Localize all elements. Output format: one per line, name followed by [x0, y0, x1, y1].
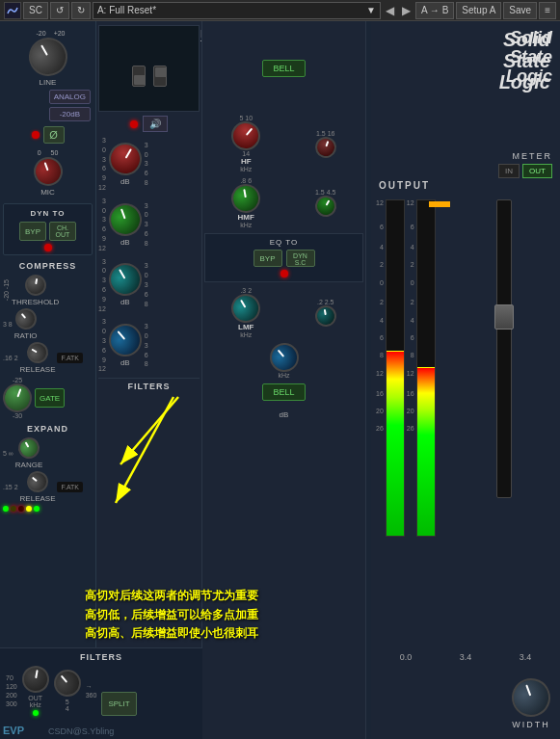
- led-5: [34, 506, 40, 512]
- mic-label: MIC: [40, 188, 55, 197]
- eq-toggle-1[interactable]: [132, 66, 146, 87]
- eq-to-section: EQ TO BYP DYNS.C: [204, 233, 363, 282]
- phase-button[interactable]: Ø: [43, 126, 65, 144]
- hf-db-label: dB: [120, 177, 130, 186]
- lf-freq-knob[interactable]: [263, 337, 304, 378]
- right-panel: SolidStateLogic METER IN OUT OUTPUT 12 6…: [371, 21, 560, 739]
- release-knob-compress[interactable]: [23, 338, 52, 367]
- filters-controls: 70120200300 OUT kHz 5 4 →360 SPLIT: [6, 666, 197, 716]
- nav-left-icon[interactable]: ◀: [383, 4, 397, 17]
- hmf-freq-knob[interactable]: [229, 182, 263, 216]
- vu-marker-left: [387, 351, 404, 352]
- range-knob[interactable]: [14, 434, 43, 462]
- gate-button[interactable]: GATE: [35, 388, 65, 408]
- lmf-q-col: .2 2.5: [315, 299, 336, 327]
- range-row: 5 ∞ RANGE: [3, 437, 93, 469]
- mic-knob[interactable]: [29, 153, 66, 190]
- threshold-scale-top: -20 -15: [3, 279, 10, 301]
- led-2: [11, 506, 16, 512]
- monitor-button[interactable]: 🔊: [143, 116, 168, 132]
- release-knob-expand[interactable]: [23, 467, 53, 497]
- ratio-knob[interactable]: [11, 304, 40, 334]
- nav-right-icon[interactable]: ▶: [399, 4, 413, 17]
- hp-filter-knob[interactable]: [19, 664, 50, 695]
- dyn-to-led-row: [7, 244, 89, 251]
- lf-db-knob[interactable]: [102, 317, 148, 363]
- ratio-row: 3 8 RATIO: [3, 308, 93, 340]
- db20-button[interactable]: -20dB: [49, 107, 91, 121]
- preset-name: A: Full Reset*: [97, 5, 156, 15]
- release-scale: .16 2: [3, 355, 18, 361]
- eq-toggle-2[interactable]: [153, 66, 167, 87]
- range-scale: 5 ∞: [3, 450, 13, 457]
- eq-panel: BELL 5 10 14 HF kHz 1.5 16 .8 6: [202, 21, 366, 739]
- analog-button[interactable]: ANALOG: [49, 90, 91, 104]
- lmf-db-knob[interactable]: [103, 257, 147, 302]
- sc-button[interactable]: SC: [23, 2, 48, 19]
- hmf-q-knob[interactable]: [311, 192, 340, 221]
- fader-handle[interactable]: [494, 304, 514, 330]
- gate-threshold-knob[interactable]: [0, 380, 36, 416]
- meter-in-button[interactable]: IN: [498, 164, 520, 178]
- hmf-freq-label: kHz: [240, 222, 252, 228]
- ch-out-button[interactable]: CH.OUT: [49, 222, 76, 241]
- hmf-freq-col: .8 6 HMF kHz: [231, 177, 260, 228]
- input-section: -20+20 LINE ANALOG -20dB Ø 050 MIC: [3, 25, 93, 199]
- preset-display: A: Full Reset* ▼: [93, 2, 381, 19]
- hf-freq-col: 5 10 14 HF kHz: [231, 115, 260, 172]
- width-knob[interactable]: [506, 673, 555, 722]
- hf-db-knob[interactable]: [103, 137, 147, 181]
- hf-label: HF: [241, 157, 252, 166]
- gate-section: -25 -30 GATE: [3, 377, 93, 419]
- filters-section-label: FILTERS: [6, 652, 197, 662]
- dyn-sc-button[interactable]: DYNS.C: [286, 250, 315, 267]
- undo-button[interactable]: ↺: [50, 2, 69, 19]
- led-1: [3, 506, 9, 512]
- hmf-db-knob[interactable]: [104, 198, 147, 241]
- f-atk-label-expand: F.ATK: [57, 482, 83, 492]
- lp-filter-knob[interactable]: [48, 664, 86, 701]
- ab-button[interactable]: A → B: [415, 2, 454, 19]
- hf-freq-knob[interactable]: [226, 116, 266, 156]
- lmf-db-row: 3036912 dB 30368: [98, 257, 200, 314]
- meter-out-button[interactable]: OUT: [522, 164, 552, 178]
- lmf-freq-col: .3 2 LMF kHz: [231, 287, 260, 338]
- release-label-compress: RELEASE: [20, 365, 56, 374]
- hmf-q-col: 1.5 4.5: [315, 189, 336, 217]
- monitor-row: 🔊: [98, 116, 200, 132]
- hmf-db-row: 3036912 dB 30368: [98, 197, 200, 253]
- hf-freq-label: kHz: [240, 166, 252, 172]
- output-val-mid: 3.4: [460, 652, 472, 662]
- bell-top-button[interactable]: BELL: [262, 60, 305, 77]
- range-label: RANGE: [15, 461, 42, 469]
- ratio-scale: 3 8: [3, 321, 13, 328]
- gate-row: -25 -30 GATE: [3, 377, 93, 419]
- bell-bottom-button[interactable]: BELL: [262, 383, 305, 401]
- meter-in-out: IN OUT: [498, 164, 552, 178]
- lmf-db-label: dB: [120, 298, 130, 306]
- gate-threshold-col: -25 -30: [3, 377, 32, 419]
- filters-section: FILTERS 70120200300 OUT kHz 5 4 →360: [0, 647, 202, 739]
- threshold-knob-compress[interactable]: [23, 273, 47, 297]
- lf-freq-col: kHz: [270, 343, 299, 379]
- lmf-db-col: dB: [109, 263, 142, 306]
- byp-button[interactable]: BYP: [19, 222, 46, 241]
- vu-meters-area: 12 6 4 2 0 2 4 6 8 12 16 20 26 12: [376, 199, 555, 537]
- split-button[interactable]: SPLIT: [101, 692, 136, 716]
- hf-q-knob[interactable]: [312, 133, 339, 160]
- eq-byp-button[interactable]: BYP: [253, 250, 282, 267]
- f-atk-label-compress: F.ATK: [57, 353, 83, 363]
- hf-q-col: 1.5 16: [315, 130, 336, 158]
- menu-button[interactable]: ≡: [539, 2, 556, 19]
- width-label: WIDTH: [512, 720, 550, 729]
- meter-scale-mid: 12 6 4 2 0 2 4 6 8 12 16 20 26: [407, 199, 414, 432]
- save-button[interactable]: Save: [503, 2, 537, 19]
- lf-db-col: dB: [109, 324, 142, 367]
- line-knob[interactable]: [21, 31, 74, 84]
- redo-button[interactable]: ↻: [71, 2, 91, 19]
- lf-db-label: dB: [120, 358, 130, 367]
- compress-section: COMPRESS -20 -15 THRESHOLD 3 8 RATIO .1: [3, 259, 93, 374]
- setup-button[interactable]: Setup A: [456, 2, 501, 19]
- lmf-freq-knob[interactable]: [227, 289, 266, 329]
- lmf-q-knob[interactable]: [313, 304, 337, 328]
